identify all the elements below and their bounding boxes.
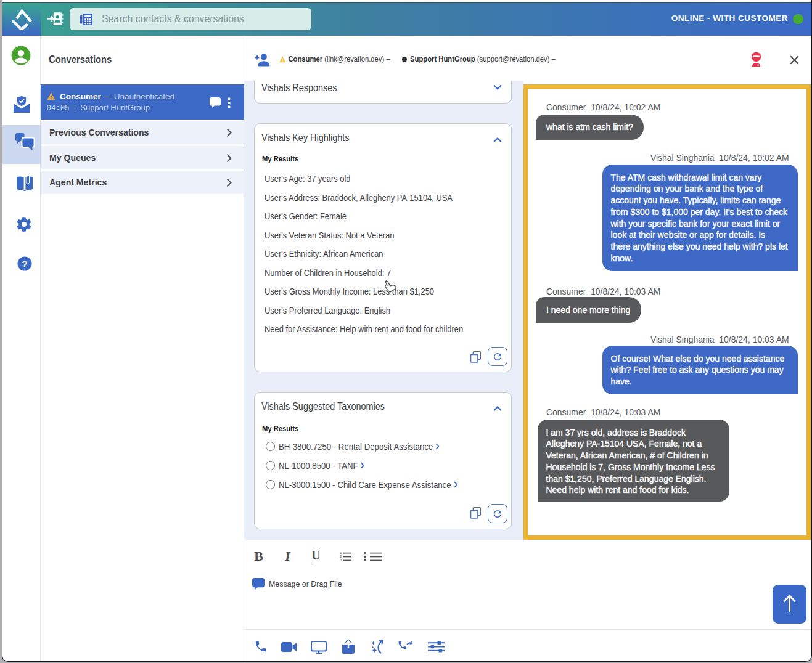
svg-text:2: 2 (340, 555, 342, 558)
svg-text:?: ? (22, 259, 27, 269)
svg-text:1: 1 (340, 552, 342, 555)
svg-text:3: 3 (340, 559, 342, 561)
